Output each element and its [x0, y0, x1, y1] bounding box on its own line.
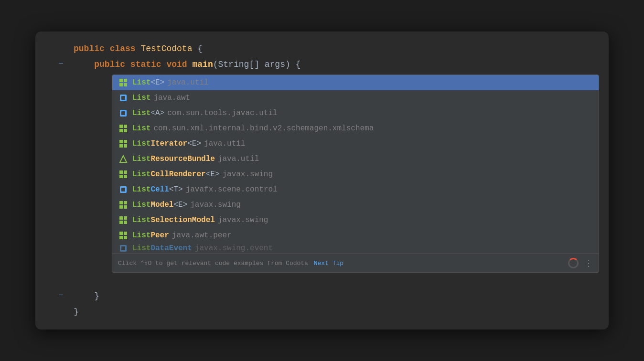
svg-rect-23 — [119, 201, 123, 204]
svg-rect-19 — [119, 175, 123, 178]
svg-rect-28 — [124, 216, 127, 220]
svg-rect-7 — [121, 111, 125, 115]
svg-rect-22 — [121, 188, 125, 191]
loading-spinner — [568, 258, 579, 268]
ac-item-10[interactable]: ListSelectionModeljavax.swing — [112, 212, 599, 228]
svg-rect-31 — [119, 232, 123, 235]
ac-item-9-text: ListModel<E>javax.swing — [132, 201, 241, 209]
code-line-4: ― } — [35, 288, 609, 304]
svg-rect-13 — [124, 140, 127, 143]
ac-icon-8 — [118, 184, 129, 195]
ac-icon-6 — [118, 154, 129, 164]
svg-rect-9 — [124, 125, 127, 128]
ac-item-7-text: ListCellRenderer<E>javax.swing — [132, 170, 273, 179]
svg-rect-34 — [124, 236, 127, 239]
ac-item-11-text: ListPeerjava.awt.peer — [132, 231, 232, 240]
svg-rect-3 — [124, 83, 127, 86]
next-tip-button[interactable]: Next Tip — [314, 260, 343, 267]
svg-rect-15 — [124, 144, 127, 148]
svg-rect-27 — [119, 216, 123, 220]
ac-item-3[interactable]: List<A>com.sun.tools.javac.util — [112, 106, 599, 121]
code-line-5: } — [35, 304, 609, 320]
ac-item-5[interactable]: ListIterator<E>java.util — [112, 136, 599, 151]
ac-icon-5 — [118, 138, 129, 149]
svg-rect-24 — [124, 201, 127, 204]
code-line-2: ― public static void main(String[] args)… — [35, 57, 609, 73]
more-options-icon[interactable]: ⋮ — [584, 258, 593, 268]
ac-icon-3 — [118, 108, 129, 118]
ac-icon-11 — [118, 230, 129, 241]
ac-icon-7 — [118, 169, 129, 180]
svg-rect-17 — [119, 170, 123, 174]
svg-rect-10 — [119, 129, 123, 132]
footer-right: ⋮ — [568, 258, 593, 268]
ac-item-9[interactable]: ListModel<E>javax.swing — [112, 197, 599, 212]
ac-icon-2 — [118, 93, 129, 103]
ac-item-6[interactable]: ListResourceBundlejava.util — [112, 151, 599, 167]
gutter-4: ― — [35, 289, 69, 300]
ac-item-1-text: List<E>java.util — [132, 78, 209, 87]
editor-window: public class TestCodota { ― public stati… — [35, 32, 609, 329]
ac-item-2[interactable]: Listjava.awt — [112, 90, 599, 106]
svg-rect-12 — [119, 140, 123, 143]
autocomplete-footer: Click ⌃⇧O to get relevant code examples … — [112, 254, 599, 272]
ac-item-8[interactable]: ListCell<T>javafx.scene.control — [112, 182, 599, 197]
ac-item-3-text: List<A>com.sun.tools.javac.util — [132, 109, 278, 117]
ac-icon-1 — [118, 77, 129, 88]
code-content-2: public static void main(String[] args) { — [69, 58, 609, 72]
ac-item-12[interactable]: ListDataEventjavax.swing.event — [112, 243, 599, 254]
svg-rect-18 — [124, 170, 127, 174]
code-line-1: public class TestCodota { — [35, 41, 609, 57]
ac-icon-12 — [118, 243, 129, 254]
svg-marker-16 — [120, 156, 127, 162]
ac-icon-9 — [118, 200, 129, 210]
svg-rect-0 — [119, 79, 123, 82]
svg-rect-33 — [119, 236, 123, 239]
ac-icon-4 — [118, 123, 129, 134]
ac-item-5-text: ListIterator<E>java.util — [132, 139, 245, 148]
code-content-1: public class TestCodota { — [69, 42, 609, 56]
ac-item-1[interactable]: List<E>java.util — [112, 75, 599, 90]
footer-hint: Click ⌃⇧O to get relevant code examples … — [118, 259, 343, 267]
code-content-5: } — [69, 305, 609, 319]
fold-icon-2[interactable]: ― — [59, 289, 63, 300]
svg-rect-2 — [119, 83, 123, 86]
fold-icon-1[interactable]: ― — [59, 58, 63, 68]
ac-item-4[interactable]: Listcom.sun.xml.internal.bind.v2.schemag… — [112, 121, 599, 136]
svg-rect-32 — [124, 232, 127, 235]
svg-rect-5 — [121, 96, 125, 100]
ac-item-11[interactable]: ListPeerjava.awt.peer — [112, 228, 599, 243]
svg-rect-36 — [121, 246, 125, 250]
gutter-2: ― — [35, 58, 69, 68]
code-content-4: } — [69, 289, 609, 303]
svg-rect-14 — [119, 144, 123, 148]
code-area: public class TestCodota { ― public stati… — [35, 32, 609, 329]
svg-rect-26 — [124, 205, 127, 209]
ac-icon-10 — [118, 215, 129, 225]
ac-item-2-text: Listjava.awt — [132, 94, 190, 102]
ac-item-8-text: ListCell<T>javafx.scene.control — [132, 185, 278, 194]
ac-item-4-text: Listcom.sun.xml.internal.bind.v2.schemag… — [132, 124, 374, 133]
hint-text: Click ⌃⇧O to get relevant code examples … — [118, 260, 308, 267]
ac-item-7[interactable]: ListCellRenderer<E>javax.swing — [112, 167, 599, 182]
autocomplete-dropdown[interactable]: List<E>java.util Listjava.awt — [112, 74, 599, 273]
svg-rect-30 — [124, 221, 127, 224]
svg-rect-25 — [119, 205, 123, 209]
ac-item-6-text: ListResourceBundlejava.util — [132, 155, 259, 163]
svg-rect-11 — [124, 129, 127, 132]
svg-rect-1 — [124, 79, 127, 82]
svg-rect-8 — [119, 125, 123, 128]
ac-item-10-text: ListSelectionModeljavax.swing — [132, 216, 268, 224]
ac-item-12-text: ListDataEventjavax.swing.event — [132, 244, 273, 253]
svg-rect-29 — [119, 221, 123, 224]
svg-rect-20 — [124, 175, 127, 178]
